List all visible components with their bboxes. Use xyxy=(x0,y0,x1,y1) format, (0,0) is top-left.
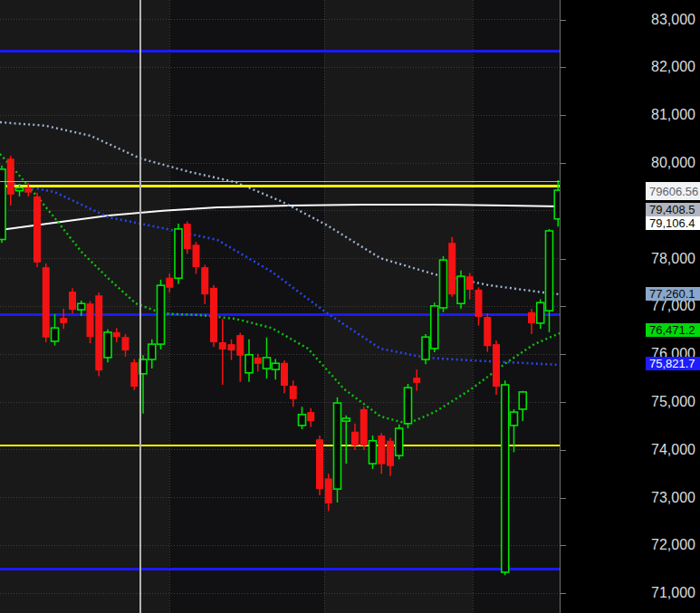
candle-body xyxy=(281,363,288,386)
candle-body xyxy=(95,295,102,370)
crosshair-price-label: 79606.56 xyxy=(646,182,700,200)
axis-tick-mark xyxy=(561,498,566,499)
candle-body xyxy=(537,302,544,323)
candle-down xyxy=(493,340,500,395)
axis-tick-label: 75,000 xyxy=(651,395,695,409)
candle-body xyxy=(299,415,306,426)
ma-green-value-label: 76,471.2 xyxy=(646,323,700,337)
candle-up xyxy=(405,384,412,428)
trading-chart-window: 83,00082,00081,00080,00078,00077,00076,0… xyxy=(0,0,700,613)
candle-down xyxy=(184,221,191,254)
candle-body xyxy=(342,418,350,421)
candle-body xyxy=(484,317,491,346)
axis-tick-label: 74,000 xyxy=(651,443,695,457)
candlestick-chart-canvas[interactable] xyxy=(0,0,560,613)
axis-tick-mark xyxy=(561,67,566,68)
candle-body xyxy=(193,244,200,267)
candle-body xyxy=(219,342,226,350)
candle-body xyxy=(387,441,394,466)
candle-up xyxy=(104,330,111,362)
candle-down xyxy=(87,302,94,343)
axis-tick-mark xyxy=(561,306,566,307)
candle-up xyxy=(158,280,165,350)
candle-body xyxy=(378,436,385,465)
candle-body xyxy=(166,278,173,288)
candle-body xyxy=(493,344,500,387)
candle-body xyxy=(228,344,235,350)
candle-body xyxy=(104,332,111,358)
candle-body xyxy=(16,187,24,190)
axis-tick-mark xyxy=(561,545,566,546)
candle-body xyxy=(457,276,465,303)
session-band xyxy=(324,0,473,613)
axis-tick-mark xyxy=(561,402,566,403)
candle-body xyxy=(519,392,526,409)
candle-body xyxy=(334,403,341,489)
candle-body xyxy=(422,337,429,359)
candle-body xyxy=(431,306,438,349)
candle-down xyxy=(316,436,323,495)
candle-up xyxy=(334,397,341,503)
candle-body xyxy=(405,388,412,424)
candle-body xyxy=(290,386,297,399)
candle-body xyxy=(78,303,85,310)
candle-body xyxy=(87,303,94,337)
candle-down xyxy=(34,193,41,267)
candle-body xyxy=(201,267,208,294)
candle-body xyxy=(43,267,50,338)
axis-tick-label: 71,000 xyxy=(651,586,695,600)
candle-up xyxy=(369,436,377,469)
candle-body xyxy=(24,187,32,192)
axis-tick-label: 83,000 xyxy=(651,13,695,27)
candle-body xyxy=(466,276,474,290)
axis-tick-mark xyxy=(561,163,566,164)
axis-tick-label: 80,000 xyxy=(651,156,695,170)
candle-body xyxy=(413,378,420,383)
candle-up xyxy=(175,224,182,284)
candle-body xyxy=(448,243,455,294)
axis-tick-mark xyxy=(561,593,566,594)
axis-tick-label: 82,000 xyxy=(651,60,695,74)
axis-tick-label: 72,000 xyxy=(651,538,695,552)
axis-tick-mark xyxy=(561,450,566,451)
candle-body xyxy=(360,409,368,445)
axis-tick-mark xyxy=(561,354,566,355)
candle-body xyxy=(7,158,14,195)
candle-body xyxy=(272,363,279,369)
candle-down xyxy=(130,359,138,389)
candle-down xyxy=(448,237,455,297)
candle-body xyxy=(502,385,509,572)
candle-body xyxy=(316,439,323,489)
candle-up xyxy=(502,380,509,575)
last-price-label: 79,408.5 xyxy=(646,203,700,216)
candle-body xyxy=(440,260,447,308)
candle-body xyxy=(475,290,483,317)
candle-up xyxy=(0,166,5,244)
candle-body xyxy=(369,441,377,464)
candle-body xyxy=(60,318,67,323)
candle-body xyxy=(511,412,518,426)
candle-body xyxy=(130,362,138,387)
candle-body xyxy=(307,412,314,421)
candle-body xyxy=(264,358,271,369)
candle-up xyxy=(440,256,447,312)
candle-body xyxy=(158,285,165,344)
candle-up xyxy=(431,302,438,352)
axis-tick-mark xyxy=(561,259,566,260)
candle-body xyxy=(396,428,403,455)
candle-body xyxy=(210,288,217,342)
axis-tick-label: 73,000 xyxy=(651,491,695,505)
ma-white-value-label: 79,106.4 xyxy=(646,216,700,230)
candle-body xyxy=(113,332,120,337)
candle-body xyxy=(52,328,59,341)
axis-tick-label: 77,000 xyxy=(651,299,695,313)
price-chart-pane[interactable] xyxy=(0,0,560,613)
candle-body xyxy=(34,196,41,263)
price-axis[interactable]: 83,00082,00081,00080,00078,00077,00076,0… xyxy=(560,0,700,613)
candle-body xyxy=(245,355,253,373)
candle-body xyxy=(175,229,182,278)
candle-body xyxy=(254,358,262,364)
ma-blue-value-label: 75,821.7 xyxy=(646,357,700,370)
candle-body xyxy=(69,292,76,310)
candle-body xyxy=(528,312,535,323)
